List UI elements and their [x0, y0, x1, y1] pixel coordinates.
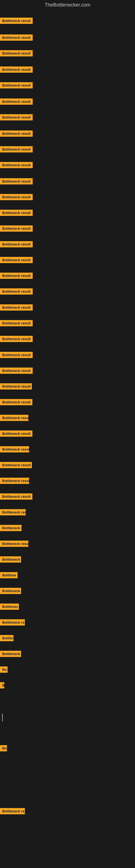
bottleneck-badge-35: Bottleneck	[0, 556, 21, 563]
bottleneck-badge-37: Bottleneck	[0, 588, 21, 594]
bottleneck-item-11[interactable]: Bottleneck result	[0, 178, 33, 186]
bottleneck-badge-22: Bottleneck result	[0, 352, 33, 358]
bottleneck-item-23[interactable]: Bottleneck result	[0, 368, 33, 375]
bottleneck-item-29[interactable]: Bottleneck result	[0, 462, 32, 469]
bottleneck-badge-9: Bottleneck result	[0, 146, 33, 152]
bottleneck-item-33[interactable]: Bottleneck r	[0, 525, 21, 532]
bottleneck-item-31[interactable]: Bottleneck result	[0, 493, 32, 501]
bottleneck-badge-43: B	[0, 682, 4, 688]
bottleneck-item-15[interactable]: Bottleneck result	[0, 241, 33, 248]
bottleneck-item-36[interactable]: Bottlene	[0, 572, 17, 579]
bottleneck-item-26[interactable]: Bottleneck result	[0, 415, 28, 422]
bottleneck-badge-1: Bottleneck result	[0, 18, 33, 24]
bottleneck-item-6[interactable]: Bottleneck result	[0, 98, 33, 106]
bottleneck-item-38[interactable]: Bottlenec	[0, 603, 19, 611]
bottleneck-badge-31: Bottleneck result	[0, 493, 32, 500]
bottleneck-item-24[interactable]: Bottleneck result	[0, 383, 32, 391]
bottleneck-badge-30: Bottleneck result	[0, 478, 29, 484]
bottleneck-badge-20: Bottleneck result	[0, 320, 33, 326]
bottleneck-item-4[interactable]: Bottleneck result	[0, 66, 33, 74]
bottleneck-badge-32: Bottleneck result	[0, 509, 26, 516]
bottleneck-badge-3: Bottleneck result	[0, 50, 33, 56]
bottleneck-item-30[interactable]: Bottleneck result	[0, 478, 29, 485]
bottleneck-badge-2: Bottleneck result	[0, 34, 33, 41]
cursor-line	[2, 714, 3, 721]
bottleneck-item-18[interactable]: Bottleneck result	[0, 288, 33, 296]
bottleneck-item-9[interactable]: Bottleneck result	[0, 146, 33, 154]
site-title: TheBottlenecker.com	[0, 0, 135, 10]
bottleneck-badge-25: Bottleneck result	[0, 399, 32, 405]
bottleneck-item-17[interactable]: Bottleneck result	[0, 273, 33, 280]
bottleneck-item-22[interactable]: Bottleneck result	[0, 352, 33, 359]
bottleneck-badge-23: Bottleneck result	[0, 368, 33, 374]
bottleneck-badge-12: Bottleneck result	[0, 194, 33, 200]
bottleneck-item-13[interactable]: Bottleneck result	[0, 210, 33, 217]
bottleneck-badge-10: Bottleneck result	[0, 162, 33, 168]
bottleneck-item-7[interactable]: Bottleneck result	[0, 114, 33, 122]
bottleneck-item-43[interactable]: B	[0, 682, 4, 689]
bottleneck-item-1[interactable]: Bottleneck result	[0, 18, 33, 25]
bottleneck-item-20[interactable]: Bottleneck result	[0, 320, 33, 328]
bottleneck-badge-29: Bottleneck result	[0, 462, 32, 468]
bottleneck-badge-17: Bottleneck result	[0, 273, 33, 279]
bottleneck-badge-14: Bottleneck result	[0, 225, 33, 231]
bottleneck-badge-19: Bottleneck result	[0, 304, 33, 311]
bottleneck-item-40[interactable]: Bottler	[0, 635, 13, 642]
bottleneck-badge-7: Bottleneck result	[0, 114, 33, 120]
bottleneck-badge-38: Bottlenec	[0, 603, 19, 610]
bottleneck-badge-27: Bottleneck result	[0, 431, 32, 437]
bottleneck-item-37[interactable]: Bottleneck	[0, 588, 21, 595]
bottleneck-badge-11: Bottleneck result	[0, 178, 33, 184]
bottleneck-badge-15: Bottleneck result	[0, 241, 33, 247]
bottleneck-badge-47: Bot	[0, 745, 7, 751]
bottleneck-item-2[interactable]: Bottleneck result	[0, 34, 33, 42]
bottleneck-badge-26: Bottleneck result	[0, 415, 28, 421]
bottleneck-badge-24: Bottleneck result	[0, 383, 32, 390]
bottleneck-item-51[interactable]: Bottleneck re	[0, 808, 25, 815]
bottleneck-item-41[interactable]: Bottleneck	[0, 651, 21, 658]
bottleneck-item-42[interactable]: Bo	[0, 666, 8, 674]
bottleneck-item-35[interactable]: Bottleneck	[0, 556, 21, 564]
bottleneck-badge-42: Bo	[0, 666, 8, 673]
bottleneck-item-28[interactable]: Bottleneck result	[0, 446, 29, 454]
bottleneck-item-12[interactable]: Bottleneck result	[0, 194, 33, 201]
bottleneck-badge-8: Bottleneck result	[0, 130, 33, 137]
bottleneck-badge-4: Bottleneck result	[0, 66, 33, 73]
bottleneck-badge-13: Bottleneck result	[0, 210, 33, 216]
bottleneck-badge-40: Bottler	[0, 635, 13, 641]
bottleneck-badge-6: Bottleneck result	[0, 98, 33, 105]
bottleneck-item-47[interactable]: Bot	[0, 745, 7, 752]
bottleneck-item-16[interactable]: Bottleneck result	[0, 257, 33, 264]
bottleneck-item-3[interactable]: Bottleneck result	[0, 50, 33, 58]
bottleneck-badge-33: Bottleneck r	[0, 525, 21, 531]
bottleneck-item-39[interactable]: Bottleneck re	[0, 619, 25, 627]
bottleneck-badge-36: Bottlene	[0, 572, 17, 578]
bottleneck-item-27[interactable]: Bottleneck result	[0, 431, 32, 438]
bottleneck-item-8[interactable]: Bottleneck result	[0, 130, 33, 138]
bottleneck-badge-28: Bottleneck result	[0, 446, 29, 453]
bottleneck-badge-51: Bottleneck re	[0, 808, 25, 814]
bottleneck-item-25[interactable]: Bottleneck result	[0, 399, 32, 406]
bottleneck-badge-5: Bottleneck result	[0, 82, 33, 88]
bottleneck-item-5[interactable]: Bottleneck result	[0, 82, 33, 90]
bottleneck-badge-16: Bottleneck result	[0, 257, 33, 263]
bottleneck-item-34[interactable]: Bottleneck resul	[0, 540, 28, 548]
bottleneck-item-21[interactable]: Bottleneck result	[0, 336, 33, 343]
bottleneck-badge-34: Bottleneck resul	[0, 540, 28, 547]
bottleneck-item-10[interactable]: Bottleneck result	[0, 162, 33, 169]
bottleneck-badge-18: Bottleneck result	[0, 288, 33, 294]
bottleneck-item-14[interactable]: Bottleneck result	[0, 225, 33, 233]
bottleneck-badge-21: Bottleneck result	[0, 336, 33, 342]
bottleneck-item-32[interactable]: Bottleneck result	[0, 509, 26, 517]
bottleneck-badge-39: Bottleneck re	[0, 619, 25, 625]
bottleneck-item-19[interactable]: Bottleneck result	[0, 304, 33, 312]
bottleneck-badge-41: Bottleneck	[0, 651, 21, 657]
